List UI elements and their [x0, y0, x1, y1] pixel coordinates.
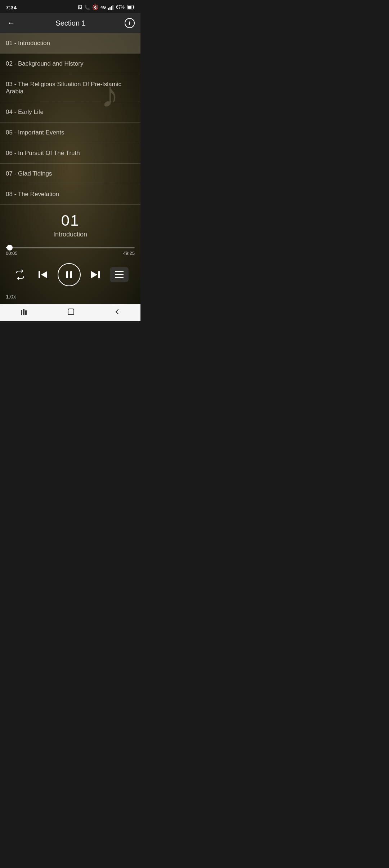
battery-icon [127, 5, 135, 9]
content-area: ♪ 01 - Introduction 02 - Background and … [0, 33, 140, 304]
svg-rect-2 [111, 6, 112, 10]
info-button[interactable]: i [125, 18, 135, 28]
status-time: 7:34 [6, 4, 17, 10]
svg-rect-5 [128, 6, 131, 9]
now-playing-title: Introduction [6, 231, 135, 238]
svg-rect-17 [23, 309, 24, 315]
progress-thumb[interactable] [7, 245, 13, 251]
recent-apps-button[interactable] [20, 308, 28, 316]
now-playing-info: 01 Introduction [0, 205, 140, 241]
network-type: 4G [100, 5, 106, 9]
track-item[interactable]: 07 - Glad Tidings [0, 164, 140, 184]
pause-icon [64, 270, 74, 280]
info-icon: i [129, 20, 130, 26]
svg-rect-16 [21, 310, 22, 315]
now-playing-number: 01 [6, 212, 135, 229]
pause-button[interactable] [58, 263, 81, 286]
svg-rect-3 [112, 5, 113, 10]
bottom-nav [0, 304, 140, 321]
track-label-01: 01 - Introduction [6, 40, 50, 46]
track-label-08: 08 - The Revelation [6, 191, 59, 198]
repeat-icon [15, 269, 26, 280]
progress-bar[interactable] [6, 247, 135, 248]
svg-rect-13 [115, 271, 124, 272]
track-item[interactable]: 05 - Important Events [0, 123, 140, 143]
total-time: 49:25 [123, 251, 135, 256]
svg-rect-1 [109, 7, 111, 10]
svg-rect-0 [108, 8, 109, 10]
queue-button[interactable] [110, 267, 129, 282]
svg-rect-7 [39, 271, 40, 278]
track-label-06: 06 - In Pursuit Of The Truth [6, 150, 80, 156]
photo-icon: 🖼 [77, 5, 82, 10]
svg-rect-19 [68, 309, 74, 315]
status-bar: 7:34 🖼 📞 🔇 4G 67% [0, 0, 140, 13]
signal-icon [108, 5, 114, 10]
svg-rect-11 [98, 271, 100, 278]
top-bar: ← Section 1 i [0, 13, 140, 33]
mute-icon: 🔇 [92, 4, 98, 10]
svg-rect-10 [70, 271, 72, 278]
track-label-02: 02 - Background and History [6, 60, 83, 67]
svg-rect-15 [115, 277, 124, 278]
queue-icon [114, 270, 124, 279]
svg-marker-8 [41, 271, 47, 278]
recent-apps-icon [20, 308, 28, 316]
home-icon [67, 308, 75, 316]
svg-rect-14 [115, 274, 124, 275]
playback-controls [0, 257, 140, 292]
home-button[interactable] [67, 308, 75, 316]
svg-rect-9 [66, 271, 68, 278]
track-label-05: 05 - Important Events [6, 129, 64, 136]
page-title: Section 1 [55, 19, 85, 27]
next-button[interactable] [87, 266, 104, 283]
time-labels: 00:05 49:25 [6, 251, 135, 256]
next-icon [90, 269, 101, 280]
phone-icon: 📞 [84, 5, 90, 10]
speed-label: 1.0x [6, 293, 16, 300]
previous-button[interactable] [35, 266, 51, 283]
repeat-button[interactable] [12, 266, 28, 283]
current-time: 00:05 [6, 251, 18, 256]
track-item[interactable]: 08 - The Revelation [0, 184, 140, 205]
speed-indicator[interactable]: 1.0x [0, 292, 140, 304]
track-list: 02 - Background and History 03 - The Rel… [0, 53, 140, 205]
svg-rect-6 [134, 6, 134, 8]
track-label-04: 04 - Early Life [6, 108, 44, 115]
track-item[interactable]: 04 - Early Life [0, 102, 140, 123]
track-item[interactable]: 06 - In Pursuit Of The Truth [0, 143, 140, 164]
track-item[interactable]: 02 - Background and History [0, 53, 140, 74]
progress-section: 00:05 49:25 [0, 241, 140, 257]
track-label-03: 03 - The Religious Situation Of Pre-Isla… [6, 81, 121, 95]
svg-rect-18 [25, 310, 27, 315]
track-label-07: 07 - Glad Tidings [6, 170, 52, 177]
svg-marker-12 [91, 271, 97, 278]
prev-icon [37, 269, 48, 280]
battery-percent: 67% [116, 5, 125, 10]
back-button-nav[interactable] [114, 309, 121, 315]
track-item[interactable]: 03 - The Religious Situation Of Pre-Isla… [0, 74, 140, 102]
back-button[interactable]: ← [6, 17, 17, 29]
status-icons: 🖼 📞 🔇 4G 67% [77, 4, 135, 10]
track-item-highlighted[interactable]: 01 - Introduction [0, 33, 140, 53]
back-nav-icon [114, 309, 121, 315]
